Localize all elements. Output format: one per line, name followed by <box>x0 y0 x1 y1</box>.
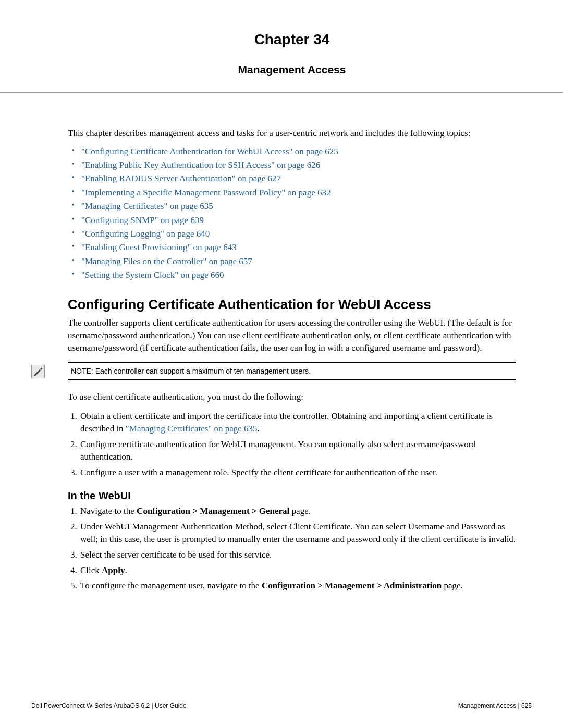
divider <box>0 92 563 93</box>
list-item: Under WebUI Management Authentication Me… <box>79 521 516 546</box>
step-text: Click <box>80 565 102 575</box>
toc-link[interactable]: "Managing Files on the Controller" on pa… <box>81 256 252 266</box>
toc-link[interactable]: "Enabling Guest Provisioning" on page 64… <box>81 242 237 252</box>
subsection-heading: In the WebUI <box>68 490 516 502</box>
list-item: Navigate to the Configuration > Manageme… <box>79 505 516 517</box>
toc-link[interactable]: "Enabling Public Key Authentication for … <box>81 160 320 170</box>
toc-list: "Configuring Certificate Authentication … <box>68 145 516 282</box>
chapter-title: Management Access <box>68 64 516 76</box>
list-item: To configure the management user, naviga… <box>79 579 516 592</box>
toc-item[interactable]: "Managing Files on the Controller" on pa… <box>77 255 516 268</box>
lead-paragraph: To use client certificate authentication… <box>68 391 516 403</box>
toc-link[interactable]: "Configuring Logging" on page 640 <box>81 229 210 239</box>
toc-item[interactable]: "Configuring Logging" on page 640 <box>77 227 516 241</box>
chapter-number: Chapter 34 <box>68 31 516 48</box>
toc-item[interactable]: "Implementing a Specific Management Pass… <box>77 186 516 200</box>
section-heading: Configuring Certificate Authentication f… <box>68 297 516 313</box>
toc-link[interactable]: "Enabling RADIUS Server Authentication" … <box>81 174 281 183</box>
bold-text: Configuration > Management > Administrat… <box>262 581 442 590</box>
bold-text: Configuration > Management > General <box>137 506 289 516</box>
toc-item[interactable]: "Configuring Certificate Authentication … <box>77 145 516 158</box>
toc-link[interactable]: "Implementing a Specific Management Pass… <box>81 188 331 198</box>
step-text: page. <box>442 581 463 590</box>
footer-right: Management Access | 625 <box>458 702 532 709</box>
step-text: Navigate to the <box>80 506 137 516</box>
footer-left: Dell PowerConnect W-Series ArubaOS 6.2 |… <box>31 702 187 709</box>
webui-procedure-list: Navigate to the Configuration > Manageme… <box>68 505 516 592</box>
page: Chapter 34 Management Access This chapte… <box>0 0 563 728</box>
intro-paragraph: This chapter describes management access… <box>68 127 516 140</box>
bold-text: Apply <box>102 565 125 575</box>
list-item: Obtain a client certificate and import t… <box>79 410 516 435</box>
toc-link[interactable]: "Setting the System Clock" on page 660 <box>81 270 224 280</box>
step-text: page. <box>289 506 311 516</box>
toc-item[interactable]: "Enabling Public Key Authentication for … <box>77 158 516 172</box>
toc-item[interactable]: "Managing Certificates" on page 635 <box>77 200 516 213</box>
toc-item[interactable]: "Configuring SNMP" on page 639 <box>77 214 516 227</box>
list-item: Configure a user with a management role.… <box>79 466 516 479</box>
toc-item[interactable]: "Enabling RADIUS Server Authentication" … <box>77 172 516 186</box>
section-body: The controller supports client certifica… <box>68 317 516 354</box>
toc-link[interactable]: "Configuring Certificate Authentication … <box>81 146 338 156</box>
note-text: NOTE: Each controller can support a maxi… <box>68 362 516 380</box>
note: NOTE: Each controller can support a maxi… <box>68 362 516 380</box>
toc-link[interactable]: "Managing Certificates" on page 635 <box>81 201 213 211</box>
pencil-icon <box>31 365 45 378</box>
step-text: . <box>125 565 127 575</box>
list-item: Configure certificate authentication for… <box>79 438 516 463</box>
step-text: To configure the management user, naviga… <box>80 581 262 590</box>
inline-link[interactable]: "Managing Certificates" on page 635 <box>126 424 258 434</box>
toc-item[interactable]: "Enabling Guest Provisioning" on page 64… <box>77 241 516 254</box>
step-text: . <box>258 424 260 434</box>
toc-item[interactable]: "Setting the System Clock" on page 660 <box>77 268 516 282</box>
page-footer: Dell PowerConnect W-Series ArubaOS 6.2 |… <box>31 702 532 709</box>
procedure-list: Obtain a client certificate and import t… <box>68 410 516 478</box>
list-item: Click Apply. <box>79 564 516 577</box>
list-item: Select the server certificate to be used… <box>79 549 516 561</box>
toc-link[interactable]: "Configuring SNMP" on page 639 <box>81 215 204 225</box>
